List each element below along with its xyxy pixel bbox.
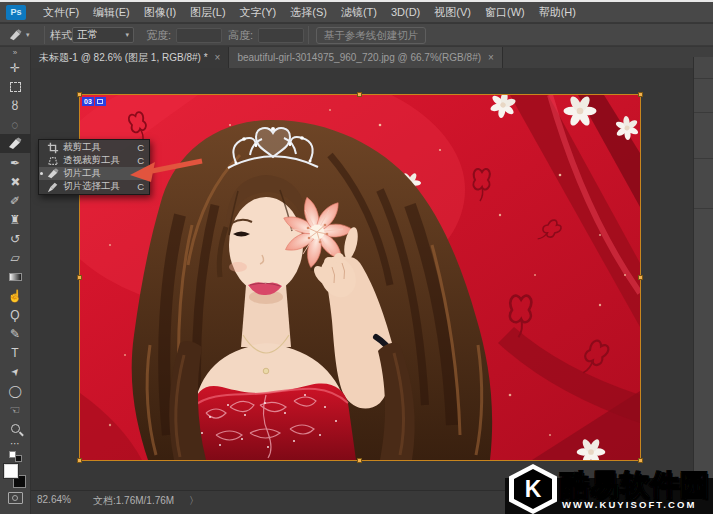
options-separator xyxy=(44,26,45,44)
menu-help[interactable]: 帮助(H) xyxy=(532,2,583,23)
gradient-tool[interactable] xyxy=(0,267,31,286)
tab-title: 未标题-1 @ 82.6% (图层 1, RGB/8#) * xyxy=(39,51,208,65)
menu-type[interactable]: 文字(Y) xyxy=(233,2,284,23)
quick-mask-button[interactable] xyxy=(8,492,23,504)
menu-file[interactable]: 文件(F) xyxy=(36,2,86,23)
slices-from-guides-button[interactable]: 基于参考线创建切片 xyxy=(316,27,426,44)
menu-bar: Ps 文件(F) 编辑(E) 图像(I) 图层(L) 文字(Y) 选择(S) 滤… xyxy=(0,2,713,23)
slice-handle[interactable] xyxy=(638,275,643,280)
eraser-tool[interactable]: ▱ xyxy=(0,248,31,267)
options-separator xyxy=(308,26,309,44)
bandage-icon: ✚ xyxy=(6,173,23,190)
slice-handle[interactable] xyxy=(638,458,643,463)
menu-item-crop-tool[interactable]: 裁剪工具 C xyxy=(39,141,149,154)
slice-style-dropdown[interactable]: 正常 ▾ xyxy=(72,27,134,43)
height-field[interactable] xyxy=(258,28,304,43)
eyedropper-tool[interactable]: ✒ xyxy=(0,153,31,172)
close-icon[interactable]: × xyxy=(215,52,221,63)
perspective-crop-icon xyxy=(47,155,59,167)
current-tool-preset[interactable]: ▾ xyxy=(5,27,39,43)
slice-select-icon xyxy=(47,181,59,193)
move-tool[interactable]: ✛ xyxy=(0,58,31,77)
foreground-background-swatches[interactable] xyxy=(4,464,26,488)
dodge-tool[interactable]: Ϙ xyxy=(0,305,31,324)
smudge-tool[interactable]: ☝ xyxy=(0,286,31,305)
crop-icon xyxy=(47,142,59,154)
tool-options-bar: ▾ 样式: 正常 ▾ 宽度: 高度: 基于参考线创建切片 xyxy=(0,24,713,46)
menu-layer[interactable]: 图层(L) xyxy=(183,2,232,23)
girl-photo xyxy=(80,95,640,460)
width-label: 宽度: xyxy=(146,28,171,43)
rectangular-marquee-tool[interactable] xyxy=(0,77,31,96)
dock-divider xyxy=(694,208,713,209)
collapse-panel-icon[interactable]: » xyxy=(13,47,17,58)
tab-title: beautiful-girl-3014975_960_720.jpg @ 66.… xyxy=(237,52,481,63)
annotation-arrow xyxy=(128,156,206,184)
slice-badge: 03 xyxy=(82,97,106,106)
photo-canvas[interactable]: 03 xyxy=(80,95,640,460)
status-options-chevron[interactable]: 〉 xyxy=(189,494,199,508)
menu-item-label: 切片选择工具 xyxy=(63,180,137,193)
slice-tool-icon xyxy=(47,168,59,180)
slice-number: 03 xyxy=(82,97,94,106)
path-selection-tool[interactable]: ➤ xyxy=(0,362,31,381)
slice-handle[interactable] xyxy=(638,92,643,97)
menu-filter[interactable]: 滤镜(T) xyxy=(334,2,384,23)
document-tab-bar: 未标题-1 @ 82.6% (图层 1, RGB/8#) * × beautif… xyxy=(31,47,713,68)
tab-beautiful-girl-jpg[interactable]: beautiful-girl-3014975_960_720.jpg @ 66.… xyxy=(229,47,503,68)
menu-item-label: 裁剪工具 xyxy=(63,141,137,154)
spot-healing-brush-tool[interactable]: ✚ xyxy=(0,172,31,191)
slice-handle[interactable] xyxy=(357,92,362,97)
lasso-tool[interactable]: ȣ xyxy=(0,96,31,115)
quick-selection-tool[interactable]: ◌ xyxy=(0,115,31,134)
slice-tool-icon xyxy=(8,137,22,151)
document-sizes: 文档:1.76M/1.76M xyxy=(93,494,174,508)
type-tool[interactable]: T xyxy=(0,343,31,362)
menu-edit[interactable]: 编辑(E) xyxy=(86,2,137,23)
menu-3d[interactable]: 3D(D) xyxy=(384,2,427,23)
cursor-arrow-icon: ➤ xyxy=(8,365,22,378)
tool-preset-chevron-icon: ▾ xyxy=(26,31,30,39)
slice-tool-icon xyxy=(8,29,23,42)
slice-image-icon xyxy=(95,97,106,106)
foreground-color-swatch[interactable] xyxy=(4,464,18,478)
menu-select[interactable]: 选择(S) xyxy=(283,2,334,23)
zoom-level-field[interactable]: 82.64% xyxy=(37,494,71,505)
slice-style-value: 正常 xyxy=(77,28,98,42)
menu-image[interactable]: 图像(I) xyxy=(137,2,183,23)
red-dress xyxy=(188,384,356,460)
photoshop-logo-icon: Ps xyxy=(6,5,26,20)
menu-item-label: 切片工具 xyxy=(63,167,137,180)
active-tool-dot xyxy=(40,172,43,175)
shape-tool[interactable]: ◯ xyxy=(0,381,31,400)
watermark-logo-letter: K xyxy=(525,476,542,503)
slice-handle[interactable] xyxy=(77,275,82,280)
slice-handle[interactable] xyxy=(77,458,82,463)
edit-toolbar-icon[interactable]: ⋯ xyxy=(10,438,20,451)
zoom-tool[interactable] xyxy=(0,419,31,438)
watermark-site-url: WWW.KUYISOFT.COM xyxy=(562,499,696,510)
chevron-down-icon: ▾ xyxy=(125,31,129,39)
pen-tool[interactable]: ✎ xyxy=(0,324,31,343)
width-field[interactable] xyxy=(176,28,222,43)
close-icon[interactable]: × xyxy=(488,52,494,63)
dock-divider xyxy=(694,112,713,113)
tools-panel: » ✛ ȣ ◌ ✒ ✚ ✐ ♜ ↺ ▱ ☝ Ϙ ✎ T ➤ ◯ ☜ ⋯ xyxy=(0,47,31,514)
slice-tool[interactable] xyxy=(0,134,31,153)
history-brush-tool[interactable]: ↺ xyxy=(0,229,31,248)
magnifier-icon xyxy=(11,424,20,433)
menu-window[interactable]: 窗口(W) xyxy=(478,2,532,23)
menu-item-label: 透视裁剪工具 xyxy=(63,154,137,167)
photoshop-window: Ps 文件(F) 编辑(E) 图像(I) 图层(L) 文字(Y) 选择(S) 滤… xyxy=(0,0,713,514)
clone-stamp-tool[interactable]: ♜ xyxy=(0,210,31,229)
menu-view[interactable]: 视图(V) xyxy=(427,2,478,23)
hand-tool[interactable]: ☜ xyxy=(0,400,31,419)
height-label: 高度: xyxy=(228,28,253,43)
marquee-icon xyxy=(10,82,21,92)
slice-handle[interactable] xyxy=(357,458,362,463)
panel-dock-strip[interactable] xyxy=(693,57,713,490)
brush-tool[interactable]: ✐ xyxy=(0,191,31,210)
default-colors-icon[interactable] xyxy=(9,451,22,462)
menu-item-shortcut: C xyxy=(137,142,144,153)
tab-untitled-1[interactable]: 未标题-1 @ 82.6% (图层 1, RGB/8#) * × xyxy=(31,47,229,68)
